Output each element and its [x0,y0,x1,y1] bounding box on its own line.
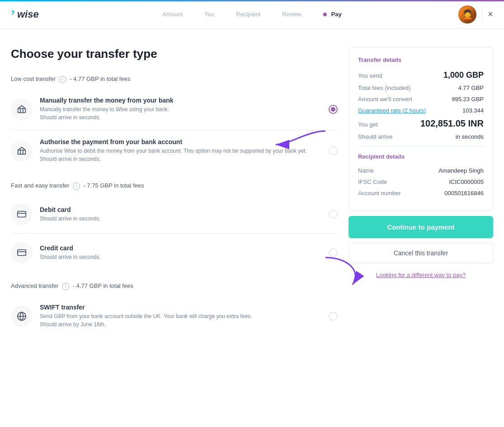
swift-desc: Send GBP from your bank account outside … [40,312,321,328]
swift-option[interactable]: SWIFT transfer Send GBP from your bank a… [11,296,338,337]
logo: ⁷ wise [11,9,39,20]
credit-card-content: Credit card Should arrive in seconds. [40,244,321,261]
debit-card-title: Debit card [40,206,321,213]
transfer-details-card: Transfer details You send 1,000 GBP Tota… [349,47,493,211]
main-layout: Choose your transfer type Low cost trans… [0,29,504,358]
manual-bank-title: Manually transfer the money from your ba… [40,97,321,104]
amount-convert-row: Amount we'll convert 995.23 GBP [358,96,484,103]
you-send-label: You send [358,72,382,79]
avatar-image: 🧑‍🦱 [458,5,476,23]
avatar: 🧑‍🦱 [458,5,476,23]
debit-card-icon [11,203,33,225]
svg-rect-3 [18,150,26,154]
total-fees-value: 4.77 GBP [458,84,484,91]
advanced-label: Advanced transfer i - 4.77 GBP in total … [11,282,338,290]
logo-text: wise [17,9,39,20]
low-cost-section: Low cost transfer i - 4.77 GBP in total … [11,75,338,171]
manual-bank-option[interactable]: Manually transfer the money from your ba… [11,89,338,130]
manual-bank-icon [11,99,33,120]
credit-card-title: Credit card [40,244,321,252]
you-get-value: 102,851.05 INR [420,118,484,129]
fast-easy-section: Fast and easy transfer i - 7.75 GBP in t… [11,182,338,272]
manual-bank-content: Manually transfer the money from your ba… [40,97,321,122]
rate-value: 103.344 [462,107,484,114]
account-row: Account number 000501616846 [358,190,484,197]
close-button[interactable]: × [488,9,493,19]
logo-icon: ⁷ [11,9,14,20]
arrive-value: in seconds [456,133,484,140]
swift-title: SWIFT transfer [40,304,321,311]
authorise-bank-option[interactable]: Authorise the payment from your bank acc… [11,130,338,171]
svg-rect-0 [18,108,26,113]
debit-card-content: Debit card Should arrive in seconds. [40,206,321,223]
different-way-link[interactable]: Looking for a different way to pay? [349,272,493,278]
advanced-fee: - 4.77 GBP in total fees [73,282,133,289]
swift-radio[interactable] [329,312,338,321]
authorise-bank-icon [11,140,33,162]
authorise-bank-desc: Authorise Wise to debit the money from y… [40,147,321,163]
debit-card-desc: Should arrive in seconds. [40,215,321,223]
credit-card-icon [11,242,33,263]
authorise-bank-radio[interactable] [329,146,338,155]
left-panel: Choose your transfer type Low cost trans… [11,47,338,347]
authorise-bank-title: Authorise the payment from your bank acc… [40,138,321,145]
ifsc-label: IFSC Code [358,178,387,185]
globe-icon [17,311,27,321]
nav-steps: Amount You Recipient Review Pay [162,11,341,18]
nav-step-you[interactable]: You [204,11,214,18]
header-divider [482,8,482,21]
manual-bank-desc: Manually transfer the money to Wise usin… [40,105,321,122]
nav-step-pay[interactable]: Pay [323,11,342,18]
account-value: 000501616846 [444,190,484,197]
low-cost-info-icon[interactable]: i [59,76,66,83]
fast-easy-fee: - 7.75 GBP in total fees [84,182,144,189]
cancel-transfer-button[interactable]: Cancel this transfer [349,243,493,263]
fast-easy-info-icon[interactable]: i [73,183,80,190]
total-fees-label: Total fees (included) [358,84,410,91]
recipient-name-row: Name Amandeep Singh [358,167,484,174]
page-title: Choose your transfer type [11,47,338,61]
arrive-label: Should arrive [358,133,393,140]
card-icon-2 [17,248,27,258]
credit-card-option[interactable]: Credit card Should arrive in seconds. [11,234,338,272]
you-send-value: 1,000 GBP [443,70,484,80]
account-label: Account number [358,190,401,197]
continue-payment-button[interactable]: Continue to payment [349,216,493,238]
nav-step-review[interactable]: Review [282,11,301,18]
low-cost-label: Low cost transfer i - 4.77 GBP in total … [11,75,338,83]
you-get-row: You get 102,851.05 INR [358,118,484,129]
rate-row: Guaranteed rate (2 hours) 103.344 [358,107,484,114]
recipient-name-value: Amandeep Singh [438,167,484,174]
advanced-info-icon[interactable]: i [62,283,69,290]
rate-label[interactable]: Guaranteed rate (2 hours) [358,107,426,114]
swift-icon [11,305,33,327]
recipient-details-title: Recipient details [358,153,484,160]
nav-step-recipient[interactable]: Recipient [236,11,260,18]
nav-step-amount[interactable]: Amount [162,11,183,18]
you-get-label: You get [358,121,378,128]
header-right: 🧑‍🦱 × [458,5,493,23]
recipient-name-label: Name [358,167,374,174]
svg-rect-8 [18,250,26,256]
ifsc-row: IFSC Code ICIC0000005 [358,178,484,185]
manual-bank-radio[interactable] [329,105,338,114]
low-cost-fee: - 4.77 GBP in total fees [70,75,130,82]
bank-icon [17,104,27,114]
ifsc-value: ICIC0000005 [449,178,484,185]
debit-card-radio[interactable] [329,210,338,219]
you-send-row: You send 1,000 GBP [358,70,484,80]
amount-convert-value: 995.23 GBP [452,96,484,103]
right-panel: Transfer details You send 1,000 GBP Tota… [349,47,493,347]
bank-icon-2 [17,146,27,156]
swift-content: SWIFT transfer Send GBP from your bank a… [40,304,321,328]
card-divider [358,146,484,147]
authorise-bank-content: Authorise the payment from your bank acc… [40,138,321,163]
amount-convert-label: Amount we'll convert [358,96,412,103]
svg-rect-6 [18,211,26,217]
arrive-row: Should arrive in seconds [358,133,484,140]
credit-card-radio[interactable] [329,248,338,257]
debit-card-option[interactable]: Debit card Should arrive in seconds. [11,195,338,234]
header: ⁷ wise Amount You Recipient Review Pay 🧑… [0,0,504,29]
transfer-details-title: Transfer details [358,56,484,63]
total-fees-row: Total fees (included) 4.77 GBP [358,84,484,91]
